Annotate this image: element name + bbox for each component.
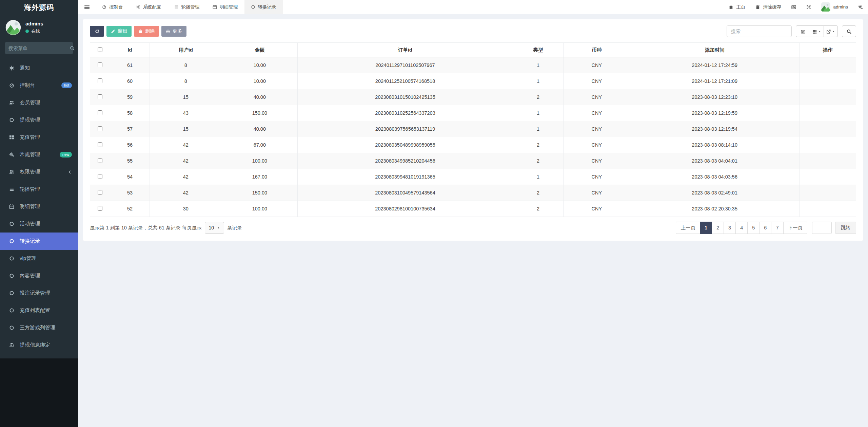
tab-console[interactable]: 控制台 [96, 0, 130, 14]
table-search-input[interactable] [727, 25, 792, 37]
row-checkbox[interactable] [98, 126, 102, 131]
sidebar-item-convert-records[interactable]: 转换记录 [0, 233, 78, 250]
page-button-2[interactable]: 2 [712, 222, 724, 234]
table-row[interactable]: 5230100.0020230802981001007356342CNY2023… [90, 201, 856, 217]
clear-cache-button[interactable]: 清除缓存 [750, 0, 786, 14]
table-row[interactable]: 5843150.0020230803102525643372031CNY2023… [90, 105, 856, 121]
page-button-1[interactable]: 1 [700, 222, 712, 234]
cell-created_at: 2023-08-03 12:23:10 [630, 89, 799, 105]
sidebar-item-third-games[interactable]: 三方游戏列管理 [0, 319, 78, 336]
columns-toggle-button[interactable] [810, 25, 824, 37]
table-card: 编辑 删除 更多 [83, 19, 863, 241]
row-checkbox[interactable] [98, 190, 102, 195]
page-button-7[interactable]: 7 [771, 222, 783, 234]
delete-button[interactable]: 删除 [134, 26, 159, 37]
fullscreen-button[interactable] [801, 0, 816, 14]
page-button-4[interactable]: 4 [735, 222, 748, 234]
sidebar-item-console[interactable]: 控制台hot [0, 77, 78, 94]
settings-button[interactable] [853, 0, 868, 14]
jump-button[interactable]: 跳转 [835, 222, 856, 234]
cell-id: 61 [110, 57, 150, 73]
search-button[interactable] [842, 25, 856, 37]
row-checkbox[interactable] [98, 62, 102, 67]
row-checkbox[interactable] [98, 142, 102, 147]
sidebar-item-carousel[interactable]: 轮播管理 [0, 181, 78, 198]
cell-currency: CNY [564, 185, 630, 201]
user-menu[interactable]: admins [816, 0, 853, 14]
sidebar-item-withdraw-binding[interactable]: 提现信息绑定 [0, 336, 78, 354]
table-row[interactable]: 564267.0020230803504899989590552CNY2023-… [90, 137, 856, 153]
row-checkbox[interactable] [98, 94, 102, 99]
page-button-6[interactable]: 6 [759, 222, 771, 234]
sidebar-item-label: 提现信息绑定 [20, 342, 50, 348]
export-button[interactable] [824, 25, 838, 37]
cell-currency: CNY [564, 137, 630, 153]
row-checkbox[interactable] [98, 110, 102, 115]
search-icon[interactable] [70, 46, 75, 51]
sidebar-item-bet-records[interactable]: 投注记录管理 [0, 284, 78, 302]
page-button-5[interactable]: 5 [747, 222, 760, 234]
row-checkbox[interactable] [98, 206, 102, 211]
cell-currency: CNY [564, 153, 630, 169]
sidebar-item-content[interactable]: 内容管理 [0, 267, 78, 284]
tab-label: 转换记录 [258, 4, 276, 10]
column-header: Id [110, 43, 150, 57]
sidebar-item-recharge-list[interactable]: 充值列表配置 [0, 302, 78, 319]
column-header: 币种 [564, 43, 630, 57]
sidebar-item-general[interactable]: 常规管理new [0, 146, 78, 163]
detail-view-button[interactable] [796, 25, 810, 37]
sidebar-item-notice[interactable]: 通知 [0, 59, 78, 77]
tab-system-config[interactable]: 系统配置 [130, 0, 168, 14]
refresh-button[interactable] [90, 26, 104, 37]
sidebar-item-members[interactable]: 会员管理 [0, 94, 78, 111]
column-header: 订单id [298, 43, 513, 57]
row-checkbox[interactable] [98, 158, 102, 163]
cogs-icon [858, 5, 863, 10]
table-row[interactable]: 5342150.0020230803100495791435642CNY2023… [90, 185, 856, 201]
jump-page-input[interactable] [812, 222, 832, 234]
more-button[interactable]: 更多 [161, 26, 186, 37]
cell-id: 52 [110, 201, 150, 217]
page-size-select[interactable]: 10 [205, 222, 224, 234]
prev-page-button[interactable]: 上一页 [676, 222, 700, 234]
row-checkbox[interactable] [98, 78, 102, 83]
tab-label: 轮播管理 [181, 4, 200, 10]
table-row[interactable]: 591540.0020230803101501024251352CNY2023-… [90, 89, 856, 105]
page-button-3[interactable]: 3 [724, 222, 736, 234]
next-page-button[interactable]: 下一页 [783, 222, 808, 234]
cell-currency: CNY [564, 201, 630, 217]
table-row[interactable]: 5442167.0020230803994810191913651CNY2023… [90, 169, 856, 185]
sidebar-item-detail[interactable]: 明细管理 [0, 198, 78, 215]
sidebar-toggle-button[interactable] [78, 0, 96, 14]
select-all-checkbox[interactable] [98, 47, 102, 52]
table-row[interactable]: 5542100.0020230803499852102044562CNY2023… [90, 153, 856, 169]
cell-amount: 100.00 [222, 153, 298, 169]
tab-detail[interactable]: 明细管理 [206, 0, 244, 14]
sidebar-item-withdraw[interactable]: 提现管理 [0, 111, 78, 129]
pagination: 上一页1234567下一页跳转 [676, 222, 856, 234]
cell-amount: 167.00 [222, 169, 298, 185]
sidebar-item-vip[interactable]: vip管理 [0, 250, 78, 267]
sidebar-item-permission[interactable]: 权限管理 [0, 163, 78, 181]
row-checkbox-cell [90, 201, 110, 217]
edit-button[interactable]: 编辑 [106, 26, 132, 37]
tab-carousel[interactable]: 轮播管理 [168, 0, 206, 14]
sidebar-item-recharge[interactable]: 充值管理 [0, 129, 78, 146]
language-button[interactable] [786, 0, 801, 14]
sidebar-item-activity[interactable]: 活动管理 [0, 215, 78, 233]
home-link[interactable]: 主页 [724, 0, 750, 14]
cell-user_id: 8 [150, 57, 222, 73]
cell-created_at: 2023-08-02 20:30:35 [630, 201, 799, 217]
row-checkbox[interactable] [98, 174, 102, 179]
tab-convert-records[interactable]: 转换记录 [244, 0, 283, 14]
sidebar-item-label: 转换记录 [20, 238, 40, 244]
menu-search-input[interactable] [8, 45, 70, 51]
cell-order_id: 2023080310049579143564 [298, 185, 513, 201]
cell-action [799, 153, 856, 169]
row-checkbox-cell [90, 137, 110, 153]
table-row[interactable]: 60810.0020240112521005741685181CNY2024-0… [90, 73, 856, 89]
table-row[interactable]: 61810.0020240112971011025079671CNY2024-0… [90, 57, 856, 73]
sidebar-item-label: 权限管理 [20, 169, 40, 175]
table-row[interactable]: 571540.0020230803975656531371191CNY2023-… [90, 121, 856, 137]
column-header: 用户id [150, 43, 222, 57]
